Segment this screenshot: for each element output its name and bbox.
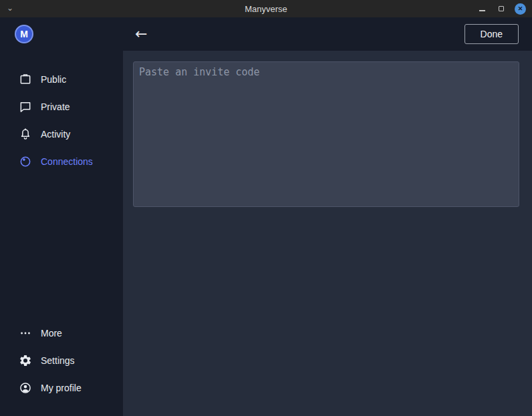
manyverse-logo: M <box>15 25 33 43</box>
window-title: Manyverse <box>245 4 287 14</box>
sidebar-item-connections[interactable]: Connections <box>0 148 123 175</box>
sidebar-item-label: Public <box>41 74 66 85</box>
titlebar: ⌄ Manyverse ✕ <box>0 0 532 17</box>
app-header: M ← Done <box>0 17 532 51</box>
sidebar-item-label: Private <box>41 101 70 112</box>
sidebar: Public Private Activity Connections <box>0 51 123 416</box>
bulletin-board-icon <box>19 73 32 86</box>
sidebar-item-public[interactable]: Public <box>0 65 123 93</box>
close-icon: ✕ <box>518 6 523 12</box>
connections-icon <box>19 155 32 168</box>
close-button[interactable]: ✕ <box>515 3 526 15</box>
sidebar-item-my-profile[interactable]: My profile <box>0 374 123 401</box>
sidebar-item-label: Connections <box>41 156 93 167</box>
gear-icon <box>19 354 32 367</box>
dots-icon <box>19 327 32 340</box>
sidebar-item-label: My profile <box>41 383 82 393</box>
sidebar-item-label: Settings <box>41 355 75 366</box>
manyverse-window: ⌄ Manyverse ✕ M ← Done Public <box>0 0 532 416</box>
minimize-button[interactable] <box>476 3 488 15</box>
sidebar-item-more[interactable]: More <box>0 319 123 347</box>
sidebar-spacer <box>0 175 123 319</box>
main-content <box>123 51 532 416</box>
invite-code-input[interactable] <box>133 61 519 207</box>
restore-icon <box>499 6 504 11</box>
profile-icon <box>19 381 32 395</box>
back-arrow-icon[interactable]: ← <box>135 27 147 41</box>
sidebar-item-label: More <box>41 328 62 339</box>
sidebar-item-settings[interactable]: Settings <box>0 347 123 374</box>
window-controls: ✕ <box>476 3 532 15</box>
sidebar-item-activity[interactable]: Activity <box>0 120 123 148</box>
sidebar-item-private[interactable]: Private <box>0 93 123 120</box>
window-menu-chevron-icon[interactable]: ⌄ <box>7 1 13 15</box>
app-body: Public Private Activity Connections <box>0 51 532 416</box>
message-icon <box>19 100 32 114</box>
sidebar-item-label: Activity <box>41 129 70 140</box>
restore-button[interactable] <box>495 3 507 15</box>
bell-icon <box>19 128 32 141</box>
minimize-icon <box>479 10 485 11</box>
done-button[interactable]: Done <box>464 24 519 44</box>
